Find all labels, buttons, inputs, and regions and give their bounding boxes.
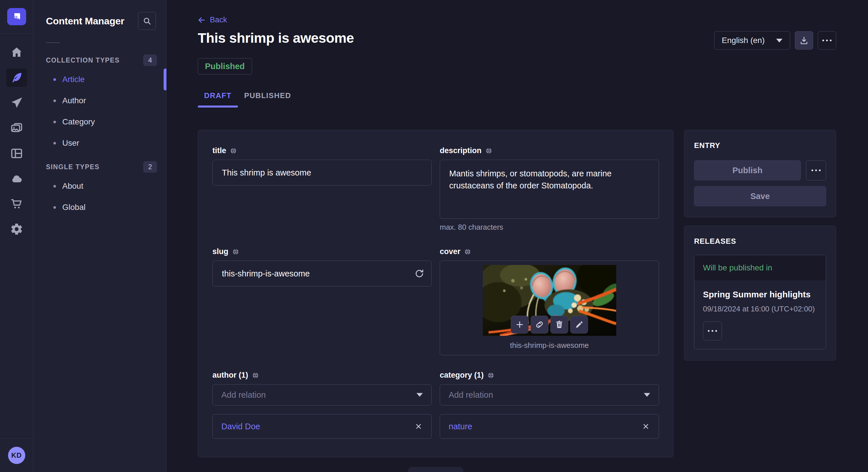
release-more-button[interactable] xyxy=(703,322,722,340)
relation-placeholder: Add relation xyxy=(448,390,493,400)
sidebar-item-label: Category xyxy=(62,117,95,127)
nav-content-manager-feather-icon[interactable] xyxy=(6,69,27,87)
release-date: 09/18/2024 at 16:00 (UTC+02:00) xyxy=(703,305,817,313)
bullet-icon xyxy=(53,121,56,123)
field-title: title xyxy=(212,146,432,232)
entry-more-button[interactable] xyxy=(806,160,826,180)
sidebar-item-about[interactable]: About xyxy=(33,175,166,197)
sidebar-item-label: About xyxy=(62,181,83,191)
sidebar-item-article[interactable]: Article xyxy=(33,69,166,90)
release-status: Will be published in xyxy=(694,255,826,280)
header-more-button[interactable] xyxy=(818,31,836,49)
sidebar-divider xyxy=(46,42,60,43)
locale-globe-icon xyxy=(487,372,495,379)
section-label: SINGLE TYPES xyxy=(46,163,100,171)
download-icon xyxy=(799,36,809,45)
page-title: This shrimp is awesome xyxy=(198,30,354,46)
user-avatar[interactable]: KD xyxy=(8,447,25,464)
bullet-icon xyxy=(53,100,56,102)
field-label: author (1) xyxy=(212,371,248,380)
field-cover: cover xyxy=(440,247,659,355)
locale-globe-icon xyxy=(232,248,239,256)
sidebar-item-label: Author xyxy=(62,96,86,105)
tab-draft[interactable]: DRAFT xyxy=(198,91,238,107)
relation-link[interactable]: nature xyxy=(448,422,472,431)
nav-cart-icon[interactable] xyxy=(6,195,27,213)
field-label: slug xyxy=(212,247,228,256)
single-types-section: SINGLE TYPES 2 About Global xyxy=(33,161,166,218)
cover-delete-button[interactable] xyxy=(551,316,568,334)
rail-bottom-divider xyxy=(0,438,33,439)
description-hint: max. 80 characters xyxy=(440,223,659,232)
edit-icon xyxy=(575,320,584,329)
sidebar-item-label: User xyxy=(62,138,79,148)
field-label: title xyxy=(212,146,226,155)
field-label: category (1) xyxy=(440,371,484,380)
sidebar-item-category[interactable]: Category xyxy=(33,111,166,133)
section-label: COLLECTION TYPES xyxy=(46,57,120,64)
sidebar-item-user[interactable]: User xyxy=(33,133,166,154)
back-link[interactable]: Back xyxy=(198,15,227,24)
author-relation-select[interactable]: Add relation xyxy=(212,384,432,405)
title-input[interactable] xyxy=(212,160,432,186)
rail-divider xyxy=(0,33,33,34)
sidebar-title: Content Manager xyxy=(46,15,124,27)
section-count-badge: 4 xyxy=(143,55,157,66)
nav-paper-plane-icon[interactable] xyxy=(6,94,27,112)
download-button[interactable] xyxy=(795,31,813,49)
bullet-icon xyxy=(53,206,56,209)
cover-add-button[interactable] xyxy=(511,316,529,334)
scroll-peek-element xyxy=(408,467,463,472)
nav-media-library-icon[interactable] xyxy=(6,119,27,137)
category-relation-item: nature xyxy=(440,414,659,439)
entry-panel: ENTRY Publish Save xyxy=(684,130,836,217)
nav-layout-icon[interactable] xyxy=(6,144,27,163)
release-title: Spring Summer highlights xyxy=(703,290,817,299)
remove-relation-icon[interactable] xyxy=(642,422,650,431)
author-relation-item: David Doe xyxy=(212,414,432,439)
relation-link[interactable]: David Doe xyxy=(221,422,260,431)
field-description: description Mantis shrimps, or stomatopo… xyxy=(440,146,659,232)
sidebar-item-author[interactable]: Author xyxy=(33,90,166,111)
entry-form-card: title description Mantis shrimps, or sto… xyxy=(198,130,673,458)
main-nav-rail: KD xyxy=(0,0,33,472)
tab-published[interactable]: PUBLISHED xyxy=(238,91,298,107)
chevron-down-icon xyxy=(776,39,782,42)
nav-cloud-icon[interactable] xyxy=(6,169,27,188)
field-label: description xyxy=(440,146,482,155)
ellipsis-icon xyxy=(708,330,717,332)
edit-view: Back This shrimp is awesome English (en)… xyxy=(166,0,868,472)
chevron-down-icon xyxy=(644,393,650,397)
content-manager-sidebar: Content Manager COLLECTION TYPES 4 Artic… xyxy=(33,0,166,472)
locale-globe-icon xyxy=(252,372,259,379)
category-relation-select[interactable]: Add relation xyxy=(440,384,659,405)
release-card: Will be published in Spring Summer highl… xyxy=(694,255,826,349)
field-author: author (1) Add relation David Doe xyxy=(212,371,432,439)
publish-button[interactable]: Publish xyxy=(694,160,801,180)
ellipsis-icon xyxy=(811,169,820,171)
description-textarea[interactable]: Mantis shrimps, or stomatopods, are mari… xyxy=(440,160,659,219)
active-indicator xyxy=(164,69,166,90)
relation-placeholder: Add relation xyxy=(221,390,266,400)
chevron-down-icon xyxy=(416,393,423,397)
regenerate-icon[interactable] xyxy=(414,269,424,278)
collection-types-section: COLLECTION TYPES 4 Article Author Catego… xyxy=(33,55,166,154)
slug-input[interactable] xyxy=(212,261,432,286)
locale-select[interactable]: English (en) xyxy=(714,31,790,49)
entry-panel-heading: ENTRY xyxy=(694,141,826,150)
strapi-logo[interactable] xyxy=(7,8,26,25)
locale-globe-icon xyxy=(464,248,471,256)
cover-edit-button[interactable] xyxy=(570,316,588,334)
nav-home-icon[interactable] xyxy=(6,43,27,62)
locale-globe-icon xyxy=(485,147,493,155)
sidebar-item-global[interactable]: Global xyxy=(33,197,166,218)
nav-gear-icon[interactable] xyxy=(6,220,27,238)
cover-copy-link-button[interactable] xyxy=(531,316,549,334)
remove-relation-icon[interactable] xyxy=(414,422,423,431)
search-button[interactable] xyxy=(138,12,156,30)
locale-label: English (en) xyxy=(722,36,765,45)
bullet-icon xyxy=(53,185,56,188)
trash-icon xyxy=(555,320,564,329)
cover-image xyxy=(483,265,616,336)
save-button[interactable]: Save xyxy=(694,186,826,206)
